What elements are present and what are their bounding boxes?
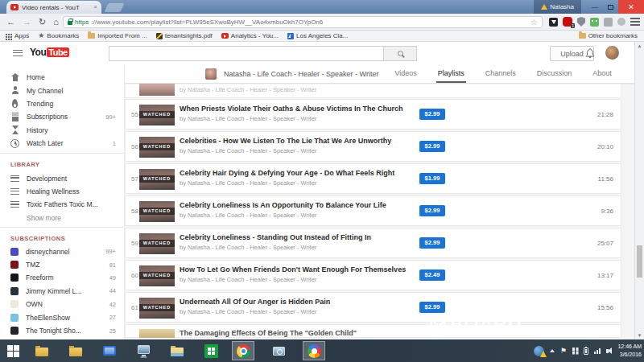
channel-name[interactable]: Natasha - Life Coach - Healer - Speaker …: [224, 70, 378, 78]
browser-menu-icon[interactable]: [630, 18, 640, 26]
forward-icon[interactable]: →: [23, 17, 31, 27]
notifications-bell-icon[interactable]: [584, 47, 596, 59]
search-input[interactable]: [109, 49, 383, 63]
shield-extension-icon[interactable]: [577, 17, 585, 27]
channel-tab[interactable]: Channels: [485, 64, 516, 83]
battery-icon[interactable]: [584, 348, 588, 355]
bookmark-item[interactable]: Analytics - You...: [221, 32, 279, 39]
show-more-link[interactable]: Show more: [0, 212, 124, 224]
profile-chip[interactable]: Natasha: [534, 0, 581, 14]
taskbar-folder[interactable]: [64, 341, 87, 360]
youtube-logo[interactable]: YouTube: [30, 47, 69, 58]
playlist-item-partial[interactable]: by Natasha - Life Coach - Healer - Speak…: [125, 84, 621, 98]
adblock-icon[interactable]: 1: [563, 17, 572, 27]
subscription-item[interactable]: Jimmy Kimmel L... 44: [0, 285, 124, 298]
playlist-item[interactable]: 59 WATCHED Celebrity Loneliness - Standi…: [125, 228, 621, 258]
video-title[interactable]: Celebrity Hair Dying & Defying Your Age …: [180, 169, 394, 177]
sidebar-item[interactable]: Trending: [0, 97, 124, 110]
close-button[interactable]: ✕: [618, 0, 644, 14]
channel-tab[interactable]: Discussion: [537, 64, 572, 83]
channel-tab[interactable]: About: [592, 64, 612, 83]
library-playlist-item[interactable]: Healing Wellness: [0, 185, 124, 198]
video-title[interactable]: Celebrities - How We Listen To The Lie T…: [180, 137, 391, 145]
video-title[interactable]: The Damaging Effects Of Being The "Golde…: [180, 329, 357, 337]
price-badge[interactable]: $2.99: [419, 237, 445, 249]
other-bookmarks[interactable]: Other bookmarks: [579, 32, 644, 39]
video-title[interactable]: When Priests Violate Their Oaths & Abuse…: [180, 105, 402, 113]
video-thumbnail[interactable]: WATCHED: [139, 265, 175, 286]
account-avatar[interactable]: [605, 46, 619, 60]
bookmark-item[interactable]: Imported From ...: [88, 32, 147, 39]
channel-tab[interactable]: Playlists: [438, 64, 464, 83]
taskbar-windows-store[interactable]: [200, 341, 222, 360]
url-bar[interactable]: https ://www.youtube.com/playlist?list=P…: [63, 16, 543, 28]
search-button[interactable]: [384, 46, 417, 61]
playlist-item-partial[interactable]: The Damaging Effects Of Being The "Golde…: [125, 324, 621, 338]
bookmark-item[interactable]: tenantsrights.pdf: [156, 32, 213, 39]
playlist-item[interactable]: 55 WATCHED When Priests Violate Their Oa…: [125, 99, 621, 130]
price-badge[interactable]: $1.99: [419, 173, 445, 184]
extension-icon[interactable]: [590, 18, 599, 27]
taskbar-chrome[interactable]: [232, 341, 254, 360]
back-icon[interactable]: ←: [6, 17, 15, 27]
windows-tray-icon[interactable]: [572, 348, 576, 351]
scrollbar-thumb[interactable]: [637, 245, 642, 278]
video-title[interactable]: How To Let Go When Friends Don't Want En…: [180, 265, 406, 274]
sidebar-item[interactable]: Watch Later 1: [0, 137, 124, 150]
page-scrollbar[interactable]: ▲ ▼: [634, 42, 644, 339]
taskbar-search[interactable]: [267, 341, 290, 360]
taskbar-clock[interactable]: 12:46 AM 3/6/2016: [617, 343, 642, 359]
taskbar-folder[interactable]: [31, 341, 53, 360]
show-hidden-icons[interactable]: [550, 349, 555, 352]
scroll-down-icon[interactable]: ▼: [635, 333, 644, 338]
subscription-item[interactable]: TMZ 81: [0, 258, 124, 271]
guide-menu-icon[interactable]: [13, 50, 23, 56]
home-icon[interactable]: ⌂: [53, 17, 59, 27]
video-title[interactable]: Underneath All Of Our Anger is Hidden Pa…: [180, 298, 330, 306]
playlist-item[interactable]: 61 WATCHED Underneath All Of Our Anger i…: [125, 292, 621, 323]
tab-close-icon[interactable]: ×: [93, 4, 97, 10]
library-playlist-item[interactable]: Toxic Fathers Toxic M...: [0, 198, 124, 211]
channel-tab[interactable]: Videos: [394, 64, 416, 83]
bookmark-star-icon[interactable]: ☆: [530, 19, 538, 27]
taskbar-display-settings[interactable]: [98, 341, 121, 360]
bookmark-item[interactable]: Los Angeles Cla...: [287, 32, 348, 39]
bookmarks-shortcut[interactable]: ★Bookmarks: [38, 32, 79, 39]
video-thumbnail[interactable]: WATCHED: [139, 105, 175, 125]
subscription-item[interactable]: disneychannel 99+: [0, 245, 124, 258]
scroll-up-icon[interactable]: ▲: [635, 43, 644, 48]
extension-icon[interactable]: [604, 18, 613, 27]
sidebar-item[interactable]: Home: [0, 71, 124, 84]
video-title[interactable]: Celebrity Loneliness Is An Opportunity T…: [180, 201, 386, 209]
video-thumbnail[interactable]: [139, 84, 175, 96]
volume-icon[interactable]: [606, 349, 609, 353]
video-thumbnail[interactable]: WATCHED: [139, 298, 175, 319]
extension-icon[interactable]: [617, 18, 625, 26]
video-title[interactable]: Celebrity Loneliness - Standing Out Inst…: [180, 233, 371, 241]
price-badge[interactable]: $2.99: [419, 205, 445, 216]
sidebar-item[interactable]: My Channel: [0, 84, 124, 97]
video-thumbnail[interactable]: WATCHED: [139, 233, 175, 254]
subscription-item[interactable]: The Tonight Sho... 25: [0, 324, 124, 337]
maximize-button[interactable]: [603, 0, 617, 14]
start-button[interactable]: [2, 342, 23, 360]
playlist-item[interactable]: 58 WATCHED Celebrity Loneliness Is An Op…: [125, 195, 621, 226]
new-tab-button[interactable]: [104, 3, 124, 12]
alert-moon-icon[interactable]: [534, 346, 544, 356]
video-thumbnail[interactable]: WATCHED: [139, 137, 175, 158]
channel-avatar[interactable]: [205, 68, 217, 80]
playlist-item[interactable]: 57 WATCHED Celebrity Hair Dying & Defyin…: [125, 163, 621, 194]
video-thumbnail[interactable]: [139, 329, 175, 338]
sidebar-item[interactable]: History: [0, 124, 124, 137]
subscription-item[interactable]: Freeform 49: [0, 271, 124, 284]
minimize-button[interactable]: —: [588, 0, 602, 14]
network-signal-icon[interactable]: [594, 348, 601, 354]
price-badge[interactable]: $2.49: [419, 269, 445, 281]
playlist-item[interactable]: 60 WATCHED How To Let Go When Friends Do…: [125, 260, 621, 290]
sidebar-item[interactable]: Subscriptions 99+: [0, 110, 124, 123]
action-center-flag-icon[interactable]: ⚑: [560, 348, 567, 355]
video-thumbnail[interactable]: WATCHED: [139, 201, 175, 222]
subscription-item[interactable]: OWN 42: [0, 298, 124, 311]
video-thumbnail[interactable]: WATCHED: [139, 169, 175, 190]
refresh-icon[interactable]: ↻: [39, 17, 46, 27]
